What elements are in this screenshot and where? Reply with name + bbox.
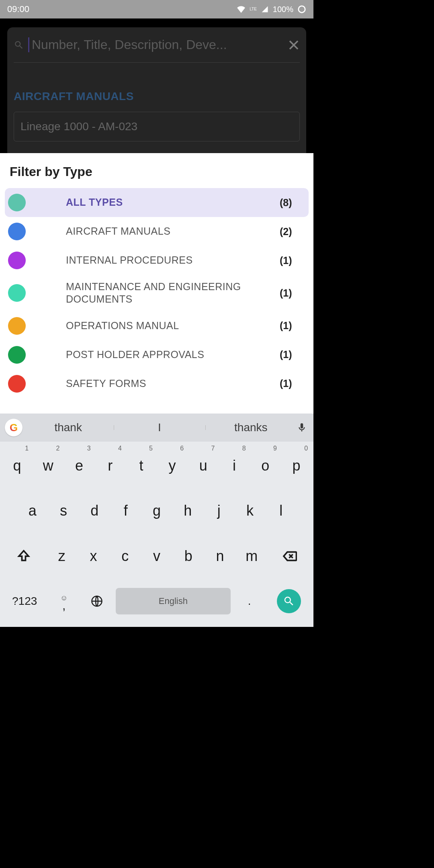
- key-o[interactable]: o9: [250, 443, 281, 488]
- key-p[interactable]: p0: [281, 443, 312, 488]
- section-title: AIRCRAFT MANUALS: [14, 90, 300, 103]
- close-icon[interactable]: [288, 39, 300, 51]
- shift-key[interactable]: [2, 534, 46, 579]
- key-r[interactable]: r4: [95, 443, 126, 488]
- color-dot-icon: [8, 317, 26, 335]
- search-input[interactable]: Number, Title, Description, Deve...: [28, 37, 288, 52]
- key-w[interactable]: w2: [33, 443, 63, 488]
- filter-label: POST HOLDER APPROVALS: [66, 348, 280, 361]
- filter-row[interactable]: AIRCRAFT MANUALS(2): [0, 217, 313, 246]
- network-label: LTE: [250, 7, 257, 11]
- wifi-icon: [237, 6, 246, 13]
- color-dot-icon: [8, 194, 26, 211]
- status-bar: 09:00 LTE 100%: [0, 0, 313, 18]
- filter-count: (1): [280, 378, 304, 389]
- filter-count: (1): [280, 349, 304, 360]
- key-x[interactable]: x: [78, 534, 109, 579]
- search-action-key[interactable]: [266, 589, 312, 613]
- key-u[interactable]: u7: [188, 443, 219, 488]
- svg-point-0: [299, 6, 305, 13]
- key-l[interactable]: l: [266, 488, 297, 533]
- filter-count: (1): [280, 320, 304, 332]
- filter-label: AIRCRAFT MANUALS: [66, 225, 280, 237]
- color-dot-icon: [8, 346, 26, 364]
- filter-count: (1): [280, 287, 304, 299]
- key-b[interactable]: b: [172, 534, 204, 579]
- key-q[interactable]: q1: [2, 443, 33, 488]
- key-a[interactable]: a: [17, 488, 48, 533]
- list-item[interactable]: Lineage 1000 - AM-023: [14, 112, 300, 141]
- key-y[interactable]: y6: [157, 443, 188, 488]
- search-card: Number, Title, Description, Deve... AIRC…: [7, 27, 306, 153]
- key-j[interactable]: j: [203, 488, 234, 533]
- key-h[interactable]: h: [172, 488, 203, 533]
- key-n[interactable]: n: [204, 534, 236, 579]
- language-key[interactable]: [80, 579, 113, 624]
- mic-icon[interactable]: [297, 422, 307, 433]
- filter-count: (1): [280, 255, 304, 266]
- signal-icon: [261, 6, 269, 13]
- filter-label: OPERATIONS MANUAL: [66, 319, 280, 332]
- key-d[interactable]: d: [79, 488, 110, 533]
- symbols-key[interactable]: ?123: [2, 579, 47, 624]
- period-key[interactable]: .: [233, 579, 266, 624]
- battery-circle-icon: [297, 5, 306, 14]
- key-v[interactable]: v: [141, 534, 173, 579]
- filter-label: INTERNAL PROCEDURES: [66, 254, 280, 266]
- google-icon[interactable]: G: [5, 419, 23, 436]
- filter-row[interactable]: POST HOLDER APPROVALS(1): [0, 340, 313, 369]
- filter-row[interactable]: MAINTENANCE AND ENGINEERING DOCUMENTS(1): [0, 275, 313, 311]
- suggestion[interactable]: I: [114, 421, 205, 434]
- color-dot-icon: [8, 252, 26, 269]
- suggestion-bar: G thank I thanks: [0, 414, 313, 442]
- color-dot-icon: [8, 223, 26, 240]
- key-c[interactable]: c: [109, 534, 141, 579]
- filter-count: (8): [280, 197, 304, 209]
- space-key[interactable]: English: [116, 588, 231, 614]
- key-s[interactable]: s: [48, 488, 79, 533]
- filter-label: ALL TYPES: [66, 196, 280, 209]
- sheet-title: Filter by Type: [0, 164, 313, 188]
- filter-label: SAFETY FORMS: [66, 377, 280, 390]
- search-screen-backdrop: Number, Title, Description, Deve... AIRC…: [0, 18, 313, 153]
- status-time: 09:00: [7, 4, 29, 14]
- key-k[interactable]: k: [234, 488, 265, 533]
- filter-row[interactable]: SAFETY FORMS(1): [0, 369, 313, 398]
- search-icon: [14, 40, 24, 50]
- key-z[interactable]: z: [46, 534, 78, 579]
- keyboard: G thank I thanks q1w2e3r4t5y6u7i8o9p0 as…: [0, 414, 313, 627]
- filter-row[interactable]: OPERATIONS MANUAL(1): [0, 311, 313, 340]
- color-dot-icon: [8, 284, 26, 302]
- color-dot-icon: [8, 375, 26, 393]
- search-row[interactable]: Number, Title, Description, Deve...: [14, 27, 300, 63]
- filter-label: MAINTENANCE AND ENGINEERING DOCUMENTS: [66, 280, 280, 306]
- status-right: LTE 100%: [237, 5, 306, 14]
- backspace-key[interactable]: [268, 534, 312, 579]
- suggestion[interactable]: thanks: [205, 421, 297, 434]
- key-g[interactable]: g: [141, 488, 172, 533]
- key-f[interactable]: f: [110, 488, 141, 533]
- key-t[interactable]: t5: [126, 443, 157, 488]
- key-e[interactable]: e3: [63, 443, 94, 488]
- emoji-comma-key[interactable]: ☺,: [47, 579, 80, 624]
- key-m[interactable]: m: [236, 534, 268, 579]
- filter-row[interactable]: INTERNAL PROCEDURES(1): [0, 246, 313, 275]
- filter-sheet: Filter by Type ALL TYPES(8)AIRCRAFT MANU…: [0, 153, 313, 414]
- key-i[interactable]: i8: [219, 443, 250, 488]
- battery-text: 100%: [273, 5, 293, 14]
- filter-row[interactable]: ALL TYPES(8): [5, 188, 309, 217]
- suggestion[interactable]: thank: [23, 421, 114, 434]
- filter-count: (2): [280, 226, 304, 237]
